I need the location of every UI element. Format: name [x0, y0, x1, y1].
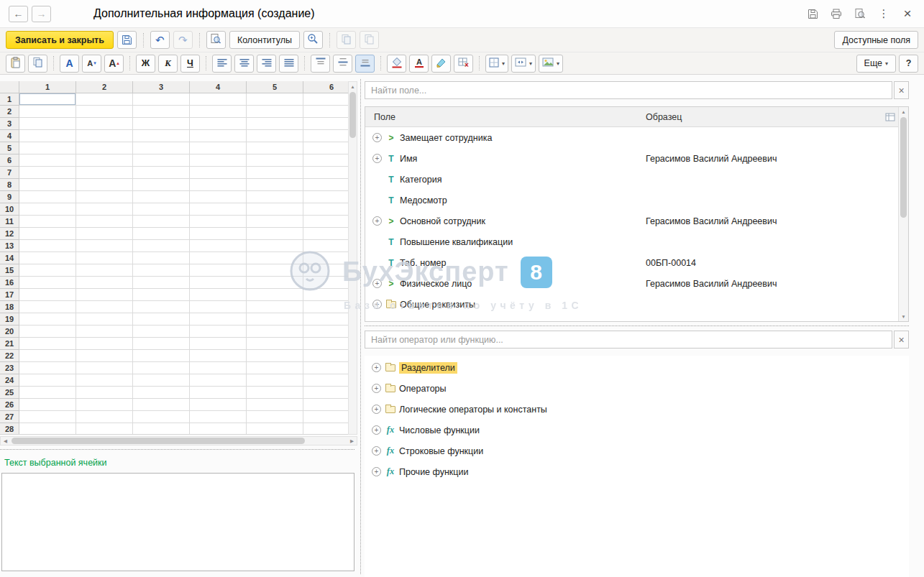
- sheet-cell[interactable]: [247, 411, 303, 423]
- sheet-cell[interactable]: [76, 167, 133, 179]
- sheet-cell[interactable]: [76, 240, 133, 252]
- text-color-button[interactable]: A: [409, 55, 429, 73]
- sheet-horizontal-scrollbar[interactable]: ◀ ▶: [0, 436, 357, 446]
- sheet-cell[interactable]: [303, 313, 348, 326]
- field-row[interactable]: +>Физическое лицоГерасимов Василий Андре…: [365, 273, 898, 294]
- sheet-cell[interactable]: [190, 130, 247, 142]
- sheet-cell[interactable]: [303, 154, 348, 167]
- sheet-cell[interactable]: [303, 167, 348, 179]
- sheet-cell[interactable]: [303, 130, 348, 142]
- align-right-button[interactable]: [257, 55, 276, 73]
- expand-icon[interactable]: +: [370, 446, 383, 456]
- sheet-cell[interactable]: [247, 362, 303, 374]
- row-header[interactable]: 6: [0, 154, 19, 167]
- sheet-cell[interactable]: [303, 142, 348, 154]
- expand-icon[interactable]: +: [370, 279, 384, 288]
- sheet-cell[interactable]: [133, 277, 190, 289]
- sheet-cell[interactable]: [76, 252, 133, 264]
- sheet-cell[interactable]: [247, 93, 303, 106]
- align-center-button[interactable]: [234, 55, 254, 73]
- row-header[interactable]: 23: [0, 362, 19, 374]
- sheet-cell[interactable]: [133, 252, 190, 264]
- copy-button[interactable]: [28, 55, 47, 73]
- expand-icon[interactable]: +: [370, 154, 384, 163]
- sheet-cell[interactable]: [303, 264, 348, 277]
- fill-color-button[interactable]: [387, 55, 406, 73]
- font-size-decrease-button[interactable]: A▾: [82, 55, 101, 73]
- print-preview-button[interactable]: [206, 31, 226, 49]
- sheet-cell[interactable]: [133, 154, 190, 167]
- sheet-cell[interactable]: [76, 399, 133, 411]
- picture-dropdown[interactable]: ▾: [539, 55, 563, 73]
- sheet-cell[interactable]: [247, 240, 303, 252]
- sheet-cell[interactable]: [303, 93, 348, 106]
- sheet-cell[interactable]: [190, 191, 247, 203]
- sheet-cell[interactable]: [133, 374, 190, 387]
- sheet-cell[interactable]: [133, 313, 190, 326]
- font-button[interactable]: A: [60, 55, 79, 73]
- field-row[interactable]: TПовышение квалификации: [365, 231, 898, 252]
- sheet-cell[interactable]: [247, 264, 303, 277]
- field-column-header[interactable]: Поле: [365, 112, 640, 122]
- sheet-cell[interactable]: [247, 191, 303, 203]
- paste-sheet-button[interactable]: [360, 31, 379, 49]
- sheet-cell[interactable]: [76, 387, 133, 399]
- row-header[interactable]: 28: [0, 423, 19, 435]
- sheet-cell[interactable]: [19, 362, 76, 374]
- redo-button[interactable]: ↷: [173, 31, 193, 49]
- sheet-cell[interactable]: [133, 264, 190, 277]
- sheet-cell[interactable]: [190, 362, 247, 374]
- field-row[interactable]: +Общие реквизиты: [365, 294, 898, 315]
- forward-button[interactable]: →: [32, 6, 51, 22]
- borders-dropdown[interactable]: ▾: [485, 55, 508, 73]
- operator-search-input[interactable]: [365, 331, 892, 348]
- sheet-cell[interactable]: [303, 374, 348, 387]
- align-justify-button[interactable]: [279, 55, 298, 73]
- print-icon[interactable]: [828, 6, 844, 22]
- sheet-cell[interactable]: [133, 228, 190, 240]
- vertical-splitter[interactable]: [357, 75, 365, 577]
- operator-row[interactable]: +fxЧисловые функции: [365, 420, 909, 440]
- sheet-cell[interactable]: [190, 350, 247, 362]
- operator-row[interactable]: +Операторы: [365, 378, 909, 399]
- sheet-cell[interactable]: [190, 313, 247, 326]
- sheet-cell[interactable]: [76, 93, 133, 106]
- sheet-cell[interactable]: [190, 106, 247, 118]
- sheet-cell[interactable]: [247, 142, 303, 154]
- row-header[interactable]: 25: [0, 387, 19, 399]
- sheet-cell[interactable]: [76, 118, 133, 130]
- operator-row[interactable]: +fxПрочие функции: [365, 461, 909, 482]
- sheet-cell[interactable]: [76, 130, 133, 142]
- sheet-cell[interactable]: [133, 387, 190, 399]
- field-row[interactable]: TТаб. номер00БП-00014: [365, 252, 898, 273]
- sheet-cell[interactable]: [133, 106, 190, 118]
- expand-icon[interactable]: +: [370, 405, 383, 414]
- row-header[interactable]: 13: [0, 240, 19, 252]
- sheet-cell[interactable]: [76, 106, 133, 118]
- sheet-cell[interactable]: [133, 130, 190, 142]
- sheet-cell[interactable]: [303, 289, 348, 301]
- sheet-cell[interactable]: [190, 374, 247, 387]
- valign-bottom-button[interactable]: [355, 55, 375, 73]
- sheet-cell[interactable]: [19, 191, 76, 203]
- row-header[interactable]: 21: [0, 338, 19, 350]
- row-header[interactable]: 16: [0, 277, 19, 289]
- sheet-cell[interactable]: [190, 411, 247, 423]
- sheet-cell[interactable]: [190, 399, 247, 411]
- headers-footers-button[interactable]: Колонтитулы: [229, 31, 300, 49]
- save-and-close-button[interactable]: Записать и закрыть: [6, 31, 114, 49]
- sheet-cell[interactable]: [247, 154, 303, 167]
- sheet-cell[interactable]: [247, 350, 303, 362]
- clear-cells-button[interactable]: ×: [454, 55, 473, 73]
- column-header[interactable]: 5: [247, 81, 303, 93]
- sheet-cell[interactable]: [247, 301, 303, 313]
- sheet-cell[interactable]: [76, 301, 133, 313]
- valign-top-button[interactable]: [311, 55, 330, 73]
- sheet-cell[interactable]: [133, 203, 190, 216]
- highlight-button[interactable]: [431, 55, 451, 73]
- scroll-left-icon[interactable]: ◀: [1, 436, 10, 446]
- column-header[interactable]: 3: [133, 81, 190, 93]
- row-header[interactable]: 2: [0, 106, 19, 118]
- sheet-cell[interactable]: [303, 423, 348, 435]
- sheet-vertical-scrollbar[interactable]: ▲: [348, 81, 357, 435]
